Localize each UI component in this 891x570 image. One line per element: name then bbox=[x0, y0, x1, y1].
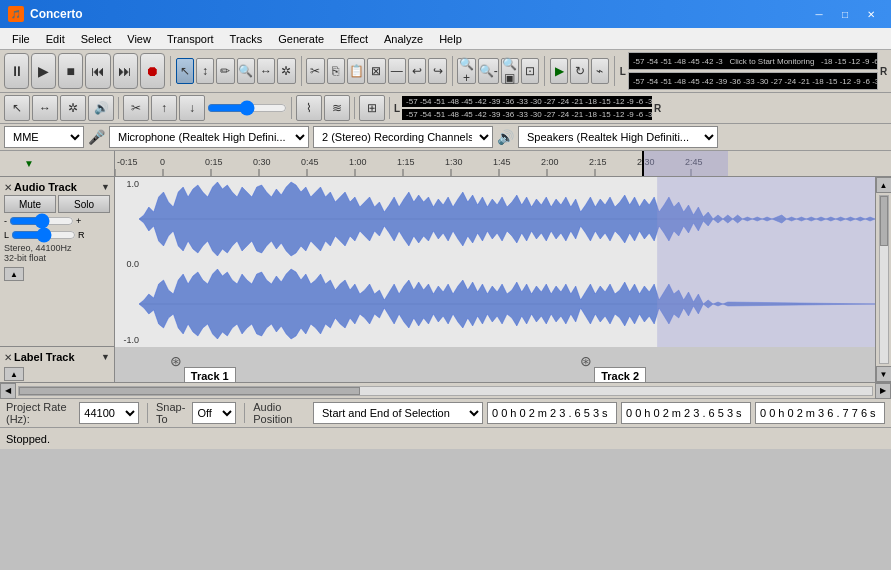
timeline-label-space: ▼ bbox=[0, 151, 115, 176]
mic-cut-button[interactable]: ✂ bbox=[123, 95, 149, 121]
label-track-close[interactable]: ✕ bbox=[4, 352, 12, 363]
menu-transport[interactable]: Transport bbox=[159, 31, 222, 47]
select-tool-button[interactable]: ↖ bbox=[176, 58, 194, 84]
zoom-sel-button[interactable]: 🔍▣ bbox=[501, 58, 519, 84]
sep3 bbox=[452, 56, 453, 86]
hscroll-track[interactable] bbox=[18, 386, 873, 396]
position-input-1[interactable] bbox=[487, 402, 617, 424]
menu-tracks[interactable]: Tracks bbox=[222, 31, 271, 47]
solo-button[interactable]: Solo bbox=[58, 195, 110, 213]
play-green-button[interactable]: ▶ bbox=[550, 58, 568, 84]
gain-slider[interactable] bbox=[9, 215, 74, 227]
trim-button[interactable]: ⊠ bbox=[367, 58, 385, 84]
cut-button[interactable]: ✂ bbox=[306, 58, 324, 84]
zoom-in-button[interactable]: 🔍+ bbox=[457, 58, 475, 84]
svg-text:2:00: 2:00 bbox=[541, 157, 559, 167]
tool-a[interactable]: ↖ bbox=[4, 95, 30, 121]
record-button[interactable]: ⏺ bbox=[140, 53, 165, 89]
mic-gain-up[interactable]: ↑ bbox=[151, 95, 177, 121]
zoom-tool-button[interactable]: 🔍 bbox=[237, 58, 255, 84]
label-track-menu[interactable]: ▼ bbox=[101, 352, 110, 362]
label-text-track2: Track 2 bbox=[601, 370, 639, 382]
output-device-select[interactable]: Speakers (Realtek High Definiti... bbox=[518, 126, 718, 148]
mute-button[interactable]: Mute bbox=[4, 195, 56, 213]
label-track-collapse[interactable]: ▲ bbox=[4, 367, 24, 381]
position-input-3[interactable] bbox=[755, 402, 885, 424]
vscroll-down[interactable]: ▼ bbox=[876, 366, 892, 382]
silence-button[interactable]: — bbox=[388, 58, 406, 84]
hscroll-right[interactable]: ▶ bbox=[875, 383, 891, 399]
skip-back-button[interactable]: ⏮ bbox=[85, 53, 110, 89]
zoom-out-button[interactable]: 🔍- bbox=[478, 58, 499, 84]
menu-edit[interactable]: Edit bbox=[38, 31, 73, 47]
tool-b[interactable]: ↔ bbox=[32, 95, 58, 121]
redo-button[interactable]: ↪ bbox=[428, 58, 446, 84]
track-info: Stereo, 44100Hz 32-bit float bbox=[4, 243, 110, 263]
timeshift-tool-button[interactable]: ↔ bbox=[257, 58, 275, 84]
menu-file[interactable]: File bbox=[4, 31, 38, 47]
close-button[interactable]: ✕ bbox=[859, 5, 883, 23]
vertical-scrollbar[interactable]: ▲ ▼ bbox=[875, 177, 891, 382]
play-cut-btn[interactable]: ⌁ bbox=[591, 58, 609, 84]
snap-to-select[interactable]: Off On bbox=[192, 402, 236, 424]
sep4 bbox=[544, 56, 545, 86]
label-track-header: ✕ Label Track ▼ bbox=[4, 351, 110, 363]
label-track-area[interactable]: ⊛ Track 1 ⊛ Track 2 bbox=[115, 347, 875, 382]
horizontal-scrollbar[interactable]: ◀ ▶ bbox=[0, 382, 891, 398]
mic-icon: 🎤 bbox=[88, 129, 105, 145]
label-box-track2[interactable]: Track 2 bbox=[594, 367, 646, 382]
collapse-button[interactable]: ▲ bbox=[4, 267, 24, 281]
pause-button[interactable]: ⏸ bbox=[4, 53, 29, 89]
input-gain-slider[interactable] bbox=[207, 100, 287, 116]
audio-track-waveform[interactable]: 1.0 0.0 -1.0 bbox=[115, 177, 875, 347]
svg-text:1:30: 1:30 bbox=[445, 157, 463, 167]
sep5 bbox=[614, 56, 615, 86]
play-button[interactable]: ▶ bbox=[31, 53, 56, 89]
skip-fwd-button[interactable]: ⏭ bbox=[113, 53, 138, 89]
channels-select[interactable]: 2 (Stereo) Recording Channels 1 (Mono) R… bbox=[313, 126, 493, 148]
multitool-button[interactable]: ✲ bbox=[277, 58, 295, 84]
envelope-tool-button[interactable]: ↕ bbox=[196, 58, 214, 84]
svg-text:1:45: 1:45 bbox=[493, 157, 511, 167]
vscroll-track[interactable] bbox=[879, 195, 889, 364]
draw-tool-button[interactable]: ✏ bbox=[216, 58, 234, 84]
project-rate-select[interactable]: 44100 22050 48000 bbox=[79, 402, 139, 424]
vscroll-thumb[interactable] bbox=[880, 196, 888, 246]
driver-select[interactable]: MME DirectSound WASAPI bbox=[4, 126, 84, 148]
tool-d[interactable]: 🔊 bbox=[88, 95, 114, 121]
label-box-track1[interactable]: Track 1 bbox=[184, 367, 236, 382]
audio-track-close[interactable]: ✕ bbox=[4, 182, 12, 193]
paste-button[interactable]: 📋 bbox=[347, 58, 365, 84]
waveform-btn[interactable]: ⌇ bbox=[296, 95, 322, 121]
copy-button[interactable]: ⎘ bbox=[327, 58, 345, 84]
audio-track-menu[interactable]: ▼ bbox=[101, 182, 110, 192]
pan-slider[interactable] bbox=[11, 229, 76, 241]
menu-view[interactable]: View bbox=[119, 31, 159, 47]
hscroll-thumb[interactable] bbox=[19, 387, 360, 395]
tool-c[interactable]: ✲ bbox=[60, 95, 86, 121]
y-label-bot: -1.0 bbox=[115, 335, 139, 345]
input-device-select[interactable]: Microphone (Realtek High Defini... bbox=[109, 126, 309, 148]
menu-select[interactable]: Select bbox=[73, 31, 120, 47]
spectrum-btn[interactable]: ≋ bbox=[324, 95, 350, 121]
hscroll-left[interactable]: ◀ bbox=[0, 383, 16, 399]
ruler-area[interactable]: -0:15 0 0:15 0:30 0:45 1:00 1:15 1:30 1:… bbox=[115, 151, 891, 177]
loop-button[interactable]: ↻ bbox=[570, 58, 588, 84]
zoom-fit-button[interactable]: ⊡ bbox=[521, 58, 539, 84]
minimize-button[interactable]: ─ bbox=[807, 5, 831, 23]
menu-analyze[interactable]: Analyze bbox=[376, 31, 431, 47]
menu-help[interactable]: Help bbox=[431, 31, 470, 47]
menu-effect[interactable]: Effect bbox=[332, 31, 376, 47]
mic-gain-down[interactable]: ↓ bbox=[179, 95, 205, 121]
vu-meters2: -57 -54 -51 -48 -45 -42 -39 -36 -33 -30 … bbox=[402, 96, 652, 120]
vscroll-up[interactable]: ▲ bbox=[876, 177, 892, 193]
stop-button[interactable]: ■ bbox=[58, 53, 83, 89]
position-input-2[interactable] bbox=[621, 402, 751, 424]
undo-button[interactable]: ↩ bbox=[408, 58, 426, 84]
maximize-button[interactable]: □ bbox=[833, 5, 857, 23]
label-track2[interactable]: ⊛ Track 2 bbox=[586, 347, 646, 382]
extra-a[interactable]: ⊞ bbox=[359, 95, 385, 121]
menu-generate[interactable]: Generate bbox=[270, 31, 332, 47]
label-track1[interactable]: ⊛ Track 1 bbox=[176, 347, 236, 382]
position-mode-select[interactable]: Start and End of Selection Start and Len… bbox=[313, 402, 483, 424]
